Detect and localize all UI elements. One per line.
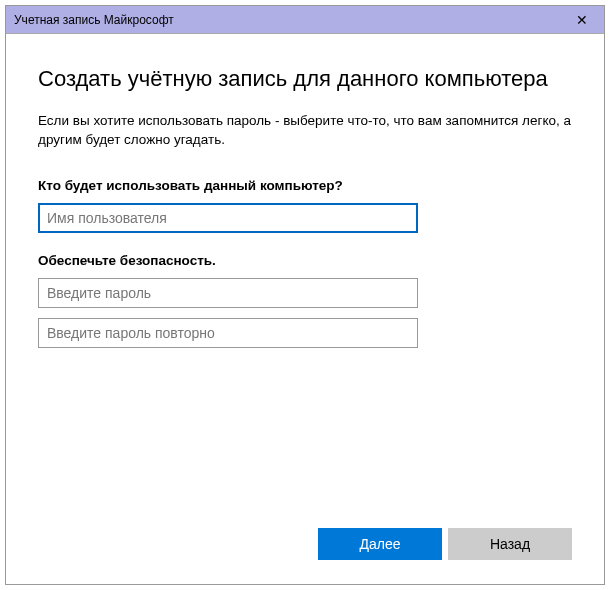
back-button[interactable]: Назад [448, 528, 572, 560]
page-heading: Создать учётную запись для данного компь… [38, 66, 572, 92]
password-input[interactable] [38, 278, 418, 308]
dialog-window: Учетная запись Майкрософт ✕ Создать учёт… [5, 5, 605, 585]
security-section-label: Обеспечьте безопасность. [38, 253, 572, 268]
password-confirm-input[interactable] [38, 318, 418, 348]
content-area: Создать учётную запись для данного компь… [6, 34, 604, 584]
username-input[interactable] [38, 203, 418, 233]
description-text: Если вы хотите использовать пароль - выб… [38, 112, 572, 150]
close-button[interactable]: ✕ [560, 6, 604, 34]
button-row: Далее Назад [38, 528, 572, 564]
window-title: Учетная запись Майкрософт [14, 13, 174, 27]
next-button[interactable]: Далее [318, 528, 442, 560]
titlebar: Учетная запись Майкрософт ✕ [6, 6, 604, 34]
close-icon: ✕ [576, 12, 588, 28]
username-section-label: Кто будет использовать данный компьютер? [38, 178, 572, 193]
